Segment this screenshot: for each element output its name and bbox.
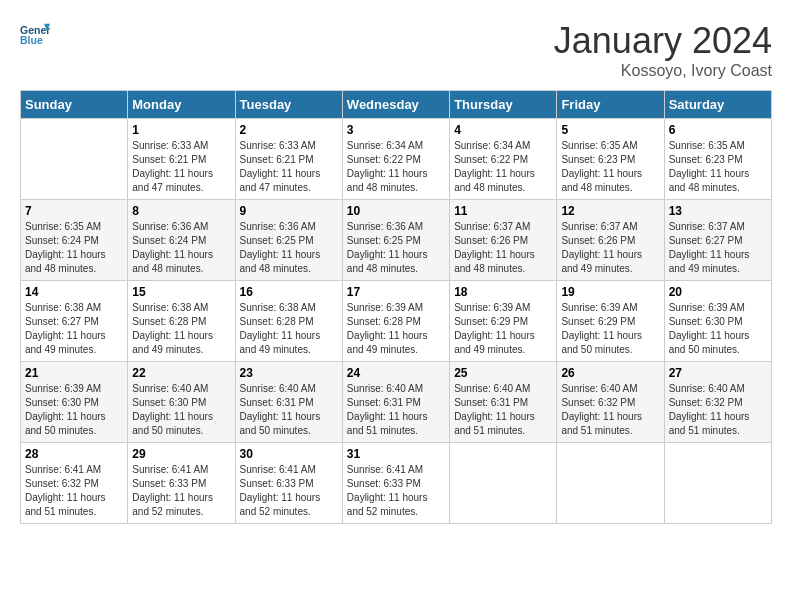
calendar-cell: 23Sunrise: 6:40 AMSunset: 6:31 PMDayligh… bbox=[235, 362, 342, 443]
calendar-cell: 3Sunrise: 6:34 AMSunset: 6:22 PMDaylight… bbox=[342, 119, 449, 200]
cell-info: Sunrise: 6:41 AMSunset: 6:33 PMDaylight:… bbox=[347, 463, 445, 519]
calendar-cell: 8Sunrise: 6:36 AMSunset: 6:24 PMDaylight… bbox=[128, 200, 235, 281]
cell-info: Sunrise: 6:35 AMSunset: 6:23 PMDaylight:… bbox=[561, 139, 659, 195]
page-subtitle: Kossoyo, Ivory Coast bbox=[554, 62, 772, 80]
day-number: 28 bbox=[25, 447, 123, 461]
cell-info: Sunrise: 6:38 AMSunset: 6:28 PMDaylight:… bbox=[240, 301, 338, 357]
day-number: 10 bbox=[347, 204, 445, 218]
calendar-week: 1Sunrise: 6:33 AMSunset: 6:21 PMDaylight… bbox=[21, 119, 772, 200]
cell-info: Sunrise: 6:41 AMSunset: 6:33 PMDaylight:… bbox=[240, 463, 338, 519]
cell-info: Sunrise: 6:37 AMSunset: 6:26 PMDaylight:… bbox=[454, 220, 552, 276]
calendar-cell bbox=[450, 443, 557, 524]
cell-info: Sunrise: 6:36 AMSunset: 6:25 PMDaylight:… bbox=[347, 220, 445, 276]
day-number: 30 bbox=[240, 447, 338, 461]
cell-info: Sunrise: 6:39 AMSunset: 6:30 PMDaylight:… bbox=[25, 382, 123, 438]
calendar-cell: 12Sunrise: 6:37 AMSunset: 6:26 PMDayligh… bbox=[557, 200, 664, 281]
calendar-cell: 29Sunrise: 6:41 AMSunset: 6:33 PMDayligh… bbox=[128, 443, 235, 524]
day-number: 20 bbox=[669, 285, 767, 299]
cell-info: Sunrise: 6:39 AMSunset: 6:30 PMDaylight:… bbox=[669, 301, 767, 357]
cell-info: Sunrise: 6:39 AMSunset: 6:29 PMDaylight:… bbox=[454, 301, 552, 357]
calendar-week: 21Sunrise: 6:39 AMSunset: 6:30 PMDayligh… bbox=[21, 362, 772, 443]
day-number: 21 bbox=[25, 366, 123, 380]
calendar-cell: 4Sunrise: 6:34 AMSunset: 6:22 PMDaylight… bbox=[450, 119, 557, 200]
cell-info: Sunrise: 6:41 AMSunset: 6:32 PMDaylight:… bbox=[25, 463, 123, 519]
calendar-cell bbox=[557, 443, 664, 524]
calendar-cell: 22Sunrise: 6:40 AMSunset: 6:30 PMDayligh… bbox=[128, 362, 235, 443]
page-header: General Blue January 2024 Kossoyo, Ivory… bbox=[20, 20, 772, 80]
day-number: 18 bbox=[454, 285, 552, 299]
day-number: 9 bbox=[240, 204, 338, 218]
page-title: January 2024 bbox=[554, 20, 772, 62]
weekday-header: Saturday bbox=[664, 91, 771, 119]
calendar-cell: 20Sunrise: 6:39 AMSunset: 6:30 PMDayligh… bbox=[664, 281, 771, 362]
calendar-cell: 10Sunrise: 6:36 AMSunset: 6:25 PMDayligh… bbox=[342, 200, 449, 281]
calendar-cell: 27Sunrise: 6:40 AMSunset: 6:32 PMDayligh… bbox=[664, 362, 771, 443]
calendar-cell: 7Sunrise: 6:35 AMSunset: 6:24 PMDaylight… bbox=[21, 200, 128, 281]
calendar-cell: 21Sunrise: 6:39 AMSunset: 6:30 PMDayligh… bbox=[21, 362, 128, 443]
day-number: 15 bbox=[132, 285, 230, 299]
weekday-header: Friday bbox=[557, 91, 664, 119]
day-number: 27 bbox=[669, 366, 767, 380]
day-number: 12 bbox=[561, 204, 659, 218]
cell-info: Sunrise: 6:40 AMSunset: 6:32 PMDaylight:… bbox=[561, 382, 659, 438]
calendar-cell: 28Sunrise: 6:41 AMSunset: 6:32 PMDayligh… bbox=[21, 443, 128, 524]
cell-info: Sunrise: 6:40 AMSunset: 6:31 PMDaylight:… bbox=[240, 382, 338, 438]
day-number: 25 bbox=[454, 366, 552, 380]
calendar-cell bbox=[664, 443, 771, 524]
calendar-cell: 5Sunrise: 6:35 AMSunset: 6:23 PMDaylight… bbox=[557, 119, 664, 200]
day-number: 17 bbox=[347, 285, 445, 299]
day-number: 1 bbox=[132, 123, 230, 137]
calendar-cell: 14Sunrise: 6:38 AMSunset: 6:27 PMDayligh… bbox=[21, 281, 128, 362]
calendar-cell: 11Sunrise: 6:37 AMSunset: 6:26 PMDayligh… bbox=[450, 200, 557, 281]
day-number: 16 bbox=[240, 285, 338, 299]
cell-info: Sunrise: 6:35 AMSunset: 6:24 PMDaylight:… bbox=[25, 220, 123, 276]
weekday-header: Sunday bbox=[21, 91, 128, 119]
calendar-week: 7Sunrise: 6:35 AMSunset: 6:24 PMDaylight… bbox=[21, 200, 772, 281]
day-number: 14 bbox=[25, 285, 123, 299]
calendar-cell: 26Sunrise: 6:40 AMSunset: 6:32 PMDayligh… bbox=[557, 362, 664, 443]
cell-info: Sunrise: 6:39 AMSunset: 6:28 PMDaylight:… bbox=[347, 301, 445, 357]
cell-info: Sunrise: 6:40 AMSunset: 6:31 PMDaylight:… bbox=[454, 382, 552, 438]
cell-info: Sunrise: 6:38 AMSunset: 6:28 PMDaylight:… bbox=[132, 301, 230, 357]
calendar-table: SundayMondayTuesdayWednesdayThursdayFrid… bbox=[20, 90, 772, 524]
day-number: 24 bbox=[347, 366, 445, 380]
calendar-cell: 17Sunrise: 6:39 AMSunset: 6:28 PMDayligh… bbox=[342, 281, 449, 362]
cell-info: Sunrise: 6:36 AMSunset: 6:25 PMDaylight:… bbox=[240, 220, 338, 276]
cell-info: Sunrise: 6:35 AMSunset: 6:23 PMDaylight:… bbox=[669, 139, 767, 195]
day-number: 31 bbox=[347, 447, 445, 461]
weekday-header: Monday bbox=[128, 91, 235, 119]
header-row: SundayMondayTuesdayWednesdayThursdayFrid… bbox=[21, 91, 772, 119]
cell-info: Sunrise: 6:37 AMSunset: 6:27 PMDaylight:… bbox=[669, 220, 767, 276]
logo-icon: General Blue bbox=[20, 20, 50, 50]
calendar-cell: 24Sunrise: 6:40 AMSunset: 6:31 PMDayligh… bbox=[342, 362, 449, 443]
calendar-cell: 19Sunrise: 6:39 AMSunset: 6:29 PMDayligh… bbox=[557, 281, 664, 362]
calendar-cell: 1Sunrise: 6:33 AMSunset: 6:21 PMDaylight… bbox=[128, 119, 235, 200]
calendar-week: 28Sunrise: 6:41 AMSunset: 6:32 PMDayligh… bbox=[21, 443, 772, 524]
day-number: 7 bbox=[25, 204, 123, 218]
calendar-cell: 6Sunrise: 6:35 AMSunset: 6:23 PMDaylight… bbox=[664, 119, 771, 200]
calendar-cell: 25Sunrise: 6:40 AMSunset: 6:31 PMDayligh… bbox=[450, 362, 557, 443]
day-number: 22 bbox=[132, 366, 230, 380]
cell-info: Sunrise: 6:38 AMSunset: 6:27 PMDaylight:… bbox=[25, 301, 123, 357]
cell-info: Sunrise: 6:37 AMSunset: 6:26 PMDaylight:… bbox=[561, 220, 659, 276]
day-number: 13 bbox=[669, 204, 767, 218]
calendar-cell: 15Sunrise: 6:38 AMSunset: 6:28 PMDayligh… bbox=[128, 281, 235, 362]
day-number: 19 bbox=[561, 285, 659, 299]
day-number: 3 bbox=[347, 123, 445, 137]
cell-info: Sunrise: 6:40 AMSunset: 6:31 PMDaylight:… bbox=[347, 382, 445, 438]
cell-info: Sunrise: 6:39 AMSunset: 6:29 PMDaylight:… bbox=[561, 301, 659, 357]
weekday-header: Tuesday bbox=[235, 91, 342, 119]
cell-info: Sunrise: 6:33 AMSunset: 6:21 PMDaylight:… bbox=[132, 139, 230, 195]
day-number: 4 bbox=[454, 123, 552, 137]
weekday-header: Thursday bbox=[450, 91, 557, 119]
day-number: 2 bbox=[240, 123, 338, 137]
cell-info: Sunrise: 6:34 AMSunset: 6:22 PMDaylight:… bbox=[347, 139, 445, 195]
calendar-cell: 2Sunrise: 6:33 AMSunset: 6:21 PMDaylight… bbox=[235, 119, 342, 200]
svg-text:Blue: Blue bbox=[20, 34, 43, 46]
calendar-cell: 13Sunrise: 6:37 AMSunset: 6:27 PMDayligh… bbox=[664, 200, 771, 281]
day-number: 29 bbox=[132, 447, 230, 461]
day-number: 11 bbox=[454, 204, 552, 218]
cell-info: Sunrise: 6:40 AMSunset: 6:32 PMDaylight:… bbox=[669, 382, 767, 438]
calendar-cell: 16Sunrise: 6:38 AMSunset: 6:28 PMDayligh… bbox=[235, 281, 342, 362]
calendar-week: 14Sunrise: 6:38 AMSunset: 6:27 PMDayligh… bbox=[21, 281, 772, 362]
